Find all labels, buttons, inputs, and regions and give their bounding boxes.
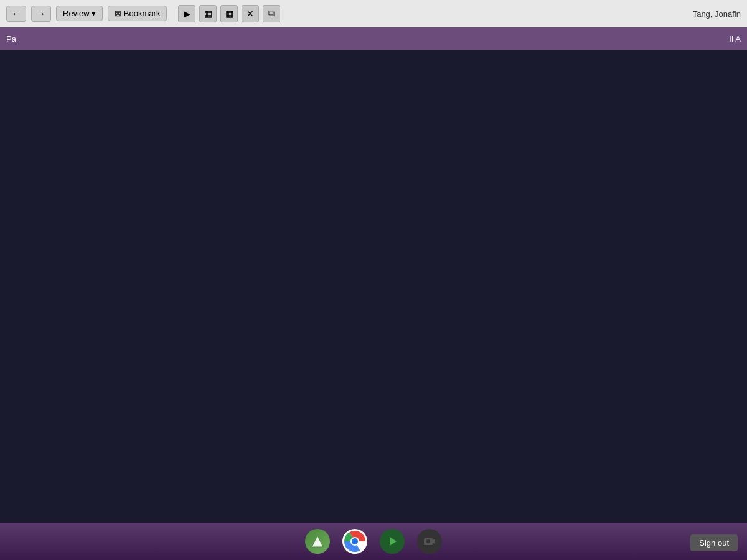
svg-marker-0 [312,536,323,547]
taskbar: Sign out [0,523,747,560]
chrome-icon[interactable] [342,529,367,554]
forward-button[interactable]: → [31,6,51,22]
svg-marker-7 [433,539,435,544]
page-indicator: Pa [6,34,16,44]
section-indicator: II A [729,34,741,44]
svg-marker-5 [390,537,397,546]
close-icon[interactable]: ✕ [242,5,259,22]
camera-icon[interactable] [417,529,442,554]
svg-point-4 [352,538,358,544]
user-name: Tang, Jonafin [693,9,741,18]
drive-icon[interactable] [305,529,330,554]
toolbar-icons: ▶ ▦ ▦ ✕ ⧉ [178,5,280,22]
play-icon[interactable] [380,529,405,554]
toolbar: ← → Review ▾ ⊠ Bookmark ▶ ▦ ▦ ✕ ⧉ Tang, … [0,0,747,27]
cursor-icon[interactable]: ▶ [178,5,195,22]
table-icon[interactable]: ▦ [220,5,238,22]
copy-icon[interactable]: ⧉ [263,5,280,22]
purple-bar: Pa II A [0,27,747,50]
sign-out-button[interactable]: Sign out [690,534,738,551]
review-button[interactable]: Review ▾ [56,6,103,21]
back-button[interactable]: ← [6,6,26,22]
svg-point-8 [426,539,430,543]
grid-icon[interactable]: ▦ [199,5,217,22]
bookmark-button[interactable]: ⊠ Bookmark [108,6,167,21]
